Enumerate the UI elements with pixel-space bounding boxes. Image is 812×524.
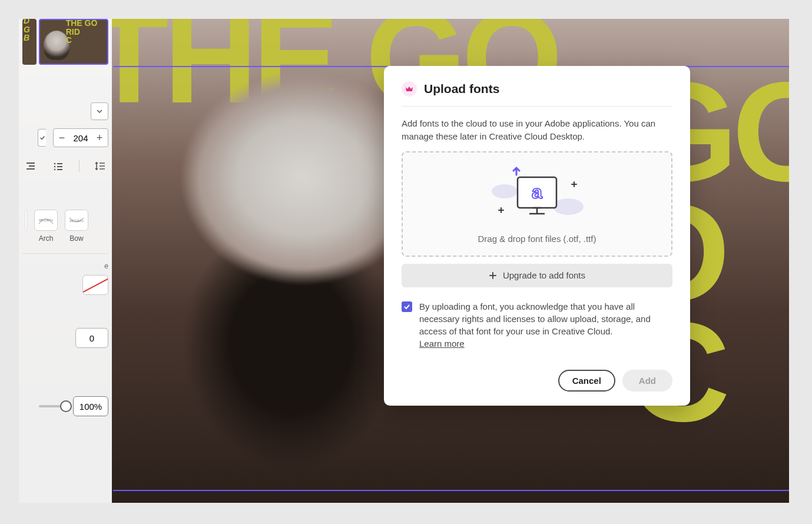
- svg-point-6: [553, 198, 584, 215]
- modal-title: Upload fonts: [424, 82, 499, 96]
- learn-more-link[interactable]: Learn more: [419, 339, 465, 349]
- dropzone-illustration: a: [412, 167, 662, 225]
- upgrade-label: Upgrade to add fonts: [503, 270, 585, 280]
- cancel-button[interactable]: Cancel: [558, 370, 615, 392]
- modal-actions: Cancel Add: [402, 370, 672, 392]
- consent-checkbox[interactable]: [402, 301, 412, 312]
- app-canvas: THE GO GO D C D G B THE GO RID C −: [19, 19, 789, 503]
- check-icon: [403, 303, 410, 310]
- dropzone-text: Drag & drop font files (.otf, .ttf): [412, 234, 662, 244]
- add-button[interactable]: Add: [622, 370, 672, 392]
- svg-text:a: a: [532, 181, 542, 203]
- upgrade-button[interactable]: Upgrade to add fonts: [402, 264, 672, 287]
- svg-point-5: [492, 184, 518, 198]
- font-dropzone[interactable]: a Drag & drop font files (.otf, .ttf): [402, 151, 672, 257]
- upload-fonts-modal: Upload fonts Add fonts to the cloud to u…: [384, 66, 690, 406]
- modal-description: Add fonts to the cloud to use in your Ad…: [402, 117, 672, 143]
- consent-text: By uploading a font, you acknowledge tha…: [419, 300, 672, 350]
- premium-crown-icon: [402, 81, 417, 97]
- modal-header: Upload fonts: [402, 81, 672, 107]
- modal-overlay: Upload fonts Add fonts to the cloud to u…: [19, 19, 789, 503]
- plus-icon: [489, 271, 497, 280]
- consent-row: By uploading a font, you acknowledge tha…: [402, 300, 672, 350]
